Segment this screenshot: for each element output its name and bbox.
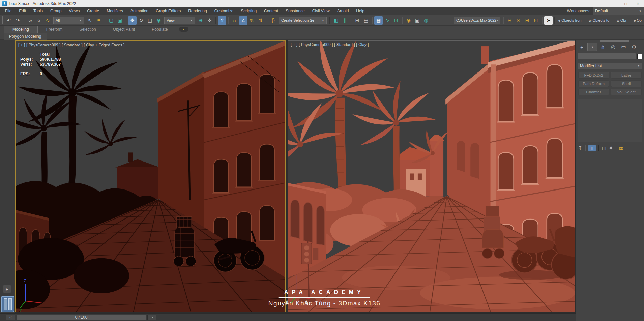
bind-to-spacewarp-icon[interactable]: ∿ xyxy=(43,16,52,25)
select-and-rotate-icon[interactable]: ↻ xyxy=(137,16,145,25)
create-tab-icon[interactable]: + xyxy=(577,43,587,51)
select-and-manipulate-icon[interactable]: ✛ xyxy=(205,16,214,25)
align-icon[interactable]: ∥ xyxy=(341,16,349,25)
snap-toggle-3d-icon[interactable]: ∩ xyxy=(230,16,239,25)
scene-clay[interactable] xyxy=(288,41,575,312)
ribbon-overflow-icon[interactable]: ▾ xyxy=(179,27,188,32)
rectangular-selection-region-icon[interactable]: ▢ xyxy=(107,16,115,25)
utilities-tab-icon[interactable]: ⚙ xyxy=(629,43,639,51)
toolbar-grip[interactable] xyxy=(2,16,3,24)
modifier-button-vol-select[interactable]: Vol. Select xyxy=(611,89,642,95)
cursor-tool-icon[interactable]: ➤ xyxy=(544,16,553,25)
object-name-field[interactable] xyxy=(578,53,636,59)
modifier-button-chamfer[interactable]: Chamfer xyxy=(578,89,609,95)
open-container-icon[interactable]: ⊞ xyxy=(523,16,531,25)
close-icon[interactable]: × xyxy=(632,0,644,7)
select-object-icon[interactable]: ↖ xyxy=(86,16,94,25)
close-container-icon[interactable]: ⊡ xyxy=(532,16,540,25)
menu-arnold[interactable]: Arnold xyxy=(333,7,353,15)
toggle-ribbon-icon[interactable]: ▦ xyxy=(374,16,383,25)
modifier-button-shell[interactable]: Shell xyxy=(611,80,642,87)
configure-modifier-sets-icon[interactable]: ▦ xyxy=(619,145,623,151)
unlink-selection-icon[interactable]: ⌀ xyxy=(35,16,43,25)
modifier-button-path-deform[interactable]: Path Deform xyxy=(578,80,609,87)
schematic-view-icon[interactable]: ⊡ xyxy=(392,16,400,25)
create-container-icon[interactable]: ⊟ xyxy=(505,16,514,25)
layout-tabs-expand-icon[interactable]: ▶ xyxy=(3,285,11,293)
select-and-move-icon[interactable]: ✥ xyxy=(128,16,137,25)
use-pivot-point-center-icon[interactable]: ⊕ xyxy=(197,16,205,25)
script-button-objects-to[interactable]: w Objects to xyxy=(587,16,611,25)
curve-editor-icon[interactable]: ∿ xyxy=(383,16,391,25)
menu-content[interactable]: Content xyxy=(260,7,282,15)
maximize-icon[interactable]: □ xyxy=(620,0,632,7)
select-by-name-icon[interactable]: ≡ xyxy=(94,16,103,25)
make-unique-icon[interactable]: ◫ xyxy=(602,145,606,151)
menu-create[interactable]: Create xyxy=(83,7,103,15)
menu-rendering[interactable]: Rendering xyxy=(184,7,210,15)
menu-views[interactable]: Views xyxy=(65,7,83,15)
modifier-button-ffd[interactable]: FFD 2x2x2 xyxy=(578,72,609,79)
time-slider[interactable]: 0 / 100 xyxy=(17,315,146,320)
script-button-ob[interactable]: e Ob xyxy=(632,16,643,25)
menu-civil-view[interactable]: Civil View xyxy=(309,7,333,15)
menu-edit[interactable]: Edit xyxy=(15,7,30,15)
select-and-link-icon[interactable]: ∞ xyxy=(26,16,34,25)
reference-coordinate-dropdown[interactable]: View ▼ xyxy=(164,17,195,24)
menu-scripting[interactable]: Scripting xyxy=(237,7,260,15)
object-color-swatch[interactable] xyxy=(637,54,642,59)
viewport-left-label[interactable]: [ + ] [ PhysCamera009 ] [ Standard ] [ C… xyxy=(18,43,124,47)
spinner-snap-toggle-icon[interactable]: ⇅ xyxy=(257,16,265,25)
tab-object-paint[interactable]: Object Paint xyxy=(105,26,143,33)
ribbon-grip[interactable] xyxy=(1,27,3,32)
modifier-button-lathe[interactable]: Lathe xyxy=(611,72,642,79)
menu-customize[interactable]: Customize xyxy=(211,7,237,15)
modifier-stack-list[interactable] xyxy=(578,99,642,142)
inherit-container-icon[interactable]: ⊠ xyxy=(514,16,523,25)
modify-tab-icon[interactable]: ◔ xyxy=(587,43,597,51)
scene-explorer-icon[interactable]: ▤ xyxy=(362,16,370,25)
select-and-scale-icon[interactable]: ◱ xyxy=(146,16,154,25)
menu-group[interactable]: Group xyxy=(47,7,65,15)
edit-named-selection-sets-icon[interactable]: {} xyxy=(269,16,277,25)
polygon-modeling-panel[interactable]: Polygon Modeling xyxy=(4,33,47,40)
angle-snap-toggle-icon[interactable]: ∠ xyxy=(239,16,247,25)
select-and-place-icon[interactable]: ◉ xyxy=(154,16,163,25)
script-button-objects-from[interactable]: e Objects fron xyxy=(557,16,583,25)
timeline-grip[interactable] xyxy=(2,315,3,320)
viewport-layout-tab[interactable] xyxy=(1,296,14,312)
menu-substance[interactable]: Substance xyxy=(282,7,309,15)
script-button-obj[interactable]: w Obj xyxy=(615,16,628,25)
hierarchy-tab-icon[interactable]: ⋔ xyxy=(598,43,608,51)
menu-graph-editors[interactable]: Graph Editors xyxy=(152,7,184,15)
redo-icon[interactable]: ↷ xyxy=(13,16,22,25)
material-editor-icon[interactable]: ◉ xyxy=(404,16,413,25)
undo-icon[interactable]: ↶ xyxy=(5,16,13,25)
render-setup-icon[interactable]: ▣ xyxy=(413,16,421,25)
project-folder-dropdown[interactable]: C:\Users\A...s Max 2022 ▼ xyxy=(454,17,500,24)
modifier-list-dropdown[interactable]: Modifier List ▼ xyxy=(578,63,642,69)
remove-modifier-icon[interactable]: ✖ xyxy=(609,145,613,151)
command-panel-grip[interactable] xyxy=(577,40,643,42)
percent-snap-toggle-icon[interactable]: % xyxy=(248,16,256,25)
minimize-icon[interactable]: — xyxy=(608,0,620,7)
render-production-icon[interactable]: ◍ xyxy=(422,16,430,25)
viewport-right-label[interactable]: [ + ] [ PhysCamera009 ] [ Standard ] [ C… xyxy=(291,42,369,47)
previous-frame-button[interactable]: < xyxy=(6,315,15,320)
menu-modifiers[interactable]: Modifiers xyxy=(103,7,127,15)
show-end-result-icon[interactable]: ▯ xyxy=(588,145,596,151)
keyboard-shortcut-override-icon[interactable]: ⇧ xyxy=(218,16,226,25)
workspace-select[interactable]: Default ▼ xyxy=(593,7,644,15)
tab-selection[interactable]: Selection xyxy=(71,26,104,33)
viewport-right[interactable]: [ + ] [ PhysCamera009 ] [ Standard ] [ C… xyxy=(288,40,575,312)
menu-tools[interactable]: Tools xyxy=(30,7,47,15)
pin-stack-icon[interactable]: ↧ xyxy=(578,145,582,151)
tab-freeform[interactable]: Freeform xyxy=(38,26,71,33)
window-crossing-icon[interactable]: ▣ xyxy=(116,16,124,25)
selection-filter-dropdown[interactable]: All ▼ xyxy=(53,17,84,24)
menu-animation[interactable]: Animation xyxy=(127,7,152,15)
layer-explorer-icon[interactable]: ⊞ xyxy=(353,16,361,25)
motion-tab-icon[interactable]: ◎ xyxy=(608,43,618,51)
mirror-icon[interactable]: ◧ xyxy=(332,16,340,25)
ribbon-panel-grip[interactable] xyxy=(1,34,3,39)
